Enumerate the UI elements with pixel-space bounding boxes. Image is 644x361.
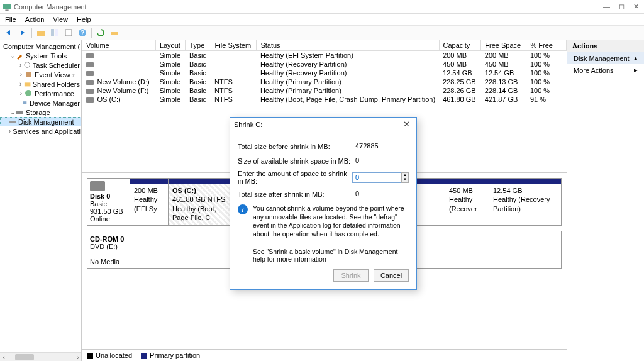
shared-icon (24, 80, 31, 88)
partition[interactable]: 200 MBHealthy (EFI Sy (130, 179, 168, 225)
svg-rect-0 (3, 4, 11, 9)
svg-rect-12 (24, 82, 30, 86)
tree-disk-management[interactable]: Disk Management (0, 117, 81, 126)
info-text: You cannot shrink a volume beyond the po… (253, 204, 409, 239)
forward-icon (18, 29, 27, 36)
svg-point-10 (24, 62, 30, 68)
tree-services-apps[interactable]: ›Services and Applications (0, 126, 81, 136)
col-type[interactable]: Type (186, 40, 211, 51)
maximize-button[interactable]: ◻ (619, 3, 625, 11)
tree-device-manager[interactable]: Device Manager (0, 98, 81, 108)
dialog-close-button[interactable]: ✕ (401, 119, 413, 129)
minimize-button[interactable]: — (603, 3, 610, 11)
partition[interactable]: 450 MBHealthy (Recover (445, 179, 489, 225)
enter-amount-label: Enter the amount of space to shrink in M… (238, 170, 352, 185)
actions-more[interactable]: More Actions▸ (567, 64, 644, 76)
cdrom-header[interactable]: CD-ROM 0 DVD (E:) No Media (87, 231, 130, 268)
cancel-button[interactable]: Cancel (374, 269, 409, 282)
tree-icon (50, 28, 59, 37)
disk-settings-icon (110, 28, 119, 37)
col-layout[interactable]: Layout (155, 40, 186, 51)
help-icon: ? (78, 28, 87, 37)
total-after-label: Total size after shrink in MB: (238, 191, 352, 198)
actions-pane: Actions Disk Management▴ More Actions▸ (567, 40, 644, 361)
close-button[interactable]: ✕ (633, 3, 639, 11)
shrink-dialog: Shrink C: ✕ Total size before shrink in … (230, 117, 417, 290)
properties-button[interactable] (62, 26, 75, 39)
unallocated-swatch (87, 353, 93, 359)
disk-header-0[interactable]: Disk 0 Basic 931.50 GB Online (87, 179, 130, 225)
shrink-amount-input[interactable] (352, 172, 401, 183)
scrollbar-thumb[interactable] (15, 354, 34, 360)
menu-action[interactable]: Action (25, 16, 45, 23)
table-row[interactable]: OS (C:)SimpleBasicNTFSHealthy (Boot, Pag… (82, 95, 567, 104)
storage-icon (16, 108, 24, 116)
svg-rect-3 (51, 29, 54, 36)
primary-swatch (141, 353, 147, 359)
menu-file[interactable]: File (5, 16, 16, 23)
table-row[interactable]: SimpleBasicHealthy (EFI System Partition… (82, 51, 567, 60)
app-icon (3, 3, 11, 11)
volume-table[interactable]: Volume Layout Type File System Status Ca… (82, 40, 567, 104)
table-row[interactable]: SimpleBasicHealthy (Recovery Partition)4… (82, 60, 567, 69)
event-icon (25, 70, 33, 79)
svg-rect-16 (9, 121, 16, 123)
total-before-label: Total size before shrink in MB: (238, 143, 352, 150)
tree-scrollbar[interactable]: ‹› (0, 352, 82, 361)
perf-icon (25, 89, 33, 97)
toolbar: ? (0, 25, 644, 40)
help-button[interactable]: ? (76, 26, 89, 39)
shrink-button[interactable]: Shrink (333, 269, 369, 282)
legend: Unallocated Primary partition (82, 349, 567, 361)
tree-task-scheduler[interactable]: ›Task Scheduler (0, 60, 81, 70)
settings-button[interactable] (108, 26, 121, 39)
col-capacity[interactable]: Capacity (439, 40, 481, 51)
partition-os-c[interactable]: OS (C:)461.80 GB NTFSHealthy (Boot, Page… (168, 179, 231, 225)
col-fs[interactable]: File System (211, 40, 257, 51)
back-icon (4, 29, 13, 36)
actions-disk-management[interactable]: Disk Management▴ (567, 52, 644, 64)
svg-rect-5 (65, 30, 72, 36)
forward-button[interactable] (16, 26, 29, 39)
refresh-button[interactable] (94, 26, 107, 39)
window-title: Computer Management (14, 3, 603, 11)
svg-rect-14 (23, 101, 27, 104)
tree-event-viewer[interactable]: ›Event Viewer (0, 70, 81, 79)
spinner-up[interactable]: ▲ (402, 173, 408, 178)
up-button[interactable] (35, 26, 47, 39)
tree-system-tools[interactable]: ⌄System Tools (0, 51, 81, 60)
tree-root[interactable]: Computer Management (Local) (0, 42, 81, 51)
available-value: 0 (352, 155, 409, 166)
menu-help[interactable]: Help (77, 16, 91, 23)
table-row[interactable]: New Volume (F:)SimpleBasicNTFSHealthy (P… (82, 86, 567, 95)
list-icon (64, 28, 73, 37)
col-free[interactable]: Free Space (481, 40, 526, 51)
disk-icon (8, 118, 16, 126)
disk-icon (90, 181, 105, 191)
back-button[interactable] (3, 26, 15, 39)
svg-text:?: ? (80, 29, 85, 36)
partition[interactable]: 12.54 GBHealthy (Recovery Partition) (489, 179, 561, 225)
actions-header: Actions (567, 40, 644, 52)
show-hide-tree-button[interactable] (48, 26, 61, 39)
titlebar: Computer Management — ◻ ✕ (0, 0, 644, 14)
spinner-down[interactable]: ▼ (402, 177, 408, 182)
refresh-icon (96, 28, 105, 37)
col-volume[interactable]: Volume (82, 40, 156, 51)
tree-shared-folders[interactable]: ›Shared Folders (0, 79, 81, 89)
total-after-value: 0 (352, 189, 409, 199)
table-row[interactable]: New Volume (D:)SimpleBasicNTFSHealthy (P… (82, 77, 567, 86)
tree-storage[interactable]: ⌄Storage (0, 108, 81, 117)
col-pctfree[interactable]: % Free (526, 40, 558, 51)
chevron-right-icon: ▸ (634, 66, 638, 74)
menu-view[interactable]: View (53, 16, 68, 23)
total-before-value: 472885 (352, 141, 409, 152)
svg-point-13 (25, 90, 31, 96)
menubar: File Action View Help (0, 14, 644, 25)
help-text: See "Shrink a basic volume" in Disk Mana… (253, 248, 409, 263)
col-status[interactable]: Status (257, 40, 439, 51)
svg-rect-8 (111, 32, 118, 35)
nav-tree[interactable]: Computer Management (Local) ⌄System Tool… (0, 40, 82, 361)
table-row[interactable]: SimpleBasicHealthy (Recovery Partition)1… (82, 69, 567, 77)
tree-performance[interactable]: ›Performance (0, 89, 81, 98)
